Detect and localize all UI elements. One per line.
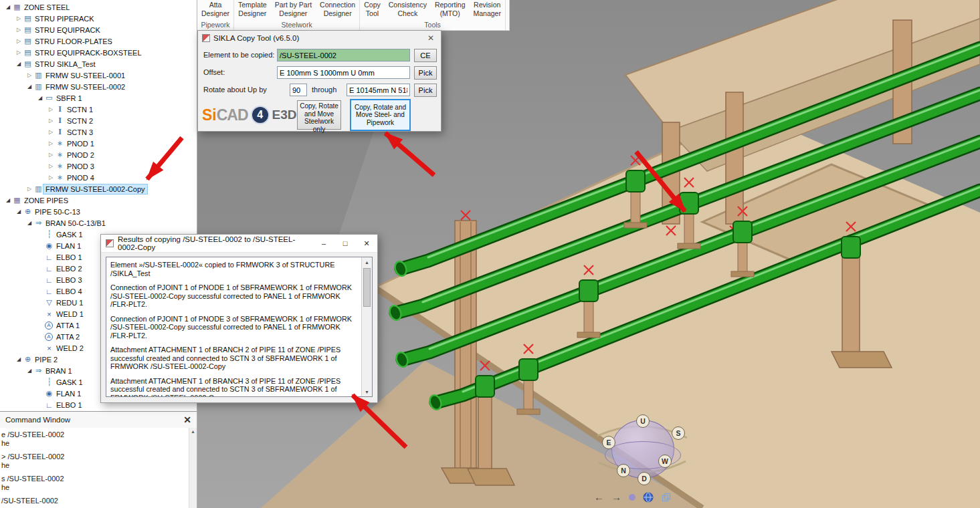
tree-item-zone-pipes[interactable]: ◢▦ZONE PIPES: [0, 195, 197, 206]
offset-input[interactable]: [277, 66, 410, 79]
expander-expanded-icon[interactable]: ◢: [25, 368, 33, 374]
forward-arrow-icon[interactable]: →: [611, 491, 621, 503]
expander-expanded-icon[interactable]: ◢: [15, 209, 23, 215]
back-arrow-icon[interactable]: ←: [594, 491, 604, 503]
command-output-line: /SU-STEEL-0002: [1, 497, 187, 505]
tree-item-frmw-su-steel-0002-copy[interactable]: ▷▥FRMW SU-STEEL-0002-Copy: [0, 183, 197, 195]
results-scrollbar[interactable]: ▲ ▼: [361, 257, 372, 396]
tree-item-sctn-2[interactable]: ▷ISCTN 2: [0, 115, 197, 126]
offset-label: Offset:: [203, 66, 225, 79]
tree-item-sbfr-1[interactable]: ◢▭SBFR 1: [0, 92, 197, 104]
close-icon[interactable]: ✕: [356, 235, 377, 252]
compass-badge-u[interactable]: U: [636, 414, 650, 428]
tree-item-frmw-su-steel-0001[interactable]: ▷▥FRMW SU-STEEL-0001: [0, 70, 197, 81]
close-icon[interactable]: ✕: [425, 33, 437, 43]
compass-badge-e[interactable]: E: [602, 436, 615, 449]
tree-item-sctn-1[interactable]: ▷ISCTN 1: [0, 104, 197, 115]
sbfr-icon: ▭: [44, 94, 54, 102]
globe-view-icon[interactable]: [643, 492, 654, 503]
expander-collapsed-icon[interactable]: ▷: [47, 106, 55, 112]
flan-icon: ◉: [44, 241, 54, 250]
expander-collapsed-icon[interactable]: ▷: [47, 118, 55, 124]
result-message: Attachment ATTACHMENT 1 of BRANCH 3 of P…: [110, 377, 356, 398]
expander-expanded-icon[interactable]: ◢: [15, 61, 23, 67]
compass-badge-s[interactable]: S: [672, 426, 685, 440]
maximize-icon[interactable]: □: [334, 235, 356, 252]
expander-expanded-icon[interactable]: ◢: [25, 84, 33, 90]
compass-badge-w[interactable]: W: [658, 455, 672, 468]
ribbon-button-consistency-check[interactable]: ConsistencyCheck: [385, 0, 431, 21]
expander-collapsed-icon[interactable]: ▷: [47, 163, 55, 169]
command-output-line: he: [1, 439, 187, 448]
expander-expanded-icon[interactable]: ◢: [4, 197, 12, 203]
dot-indicator-icon[interactable]: [629, 494, 635, 501]
ribbon-button-reporting-mto[interactable]: Reporting(MTO): [431, 0, 470, 21]
expander-expanded-icon[interactable]: ◢: [15, 356, 23, 362]
expander-collapsed-icon[interactable]: ▷: [47, 174, 55, 180]
ribbon-toolbar: AttaDesignerPipeworkTemplateDesignerPart…: [197, 0, 510, 31]
expander-collapsed-icon[interactable]: ▷: [15, 15, 23, 21]
tree-item-frmw-su-steel-0002[interactable]: ◢▥FRMW SU-STEEL-0002: [0, 81, 197, 92]
ribbon-button-copy-tool[interactable]: CopyTool: [360, 0, 385, 21]
compass-badge-d[interactable]: D: [638, 472, 651, 485]
tree-item-sctn-3[interactable]: ▷ISCTN 3: [0, 126, 197, 138]
cube-view-icon[interactable]: [661, 492, 672, 503]
expander-collapsed-icon[interactable]: ▷: [15, 38, 23, 44]
expander-collapsed-icon[interactable]: ▷: [15, 27, 23, 33]
tree-item-pnod-2[interactable]: ▷∗PNOD 2: [0, 149, 197, 160]
tree-item-label: FLAN 1: [54, 241, 83, 251]
orientation-compass[interactable]: USEWND: [603, 412, 682, 487]
through-pick-button[interactable]: Pick: [414, 84, 437, 97]
element-input[interactable]: [277, 49, 410, 61]
scroll-thumb[interactable]: [363, 268, 371, 307]
rotate-angle-input[interactable]: [290, 84, 307, 96]
tree-item-bran-50-c-13-b1[interactable]: ◢⇒BRAN 50-C-13/B1: [0, 217, 197, 229]
copy-steel-and-pipework-button[interactable]: Copy, Rotate and Move Steel- and Pipewor…: [350, 99, 411, 131]
atta-icon: A: [45, 322, 53, 330]
command-scrollbar[interactable]: ▲: [189, 428, 197, 508]
expander-expanded-icon[interactable]: ◢: [36, 95, 44, 101]
dialog-titlebar[interactable]: Results of copying /SU-STEEL-0002 to /SU…: [101, 235, 377, 253]
through-input[interactable]: [347, 84, 410, 96]
expander-collapsed-icon[interactable]: ▷: [47, 152, 55, 158]
dialog-titlebar[interactable]: SIKLA Copy Tool (v6.5.0) ✕: [198, 31, 441, 45]
expander-collapsed-icon[interactable]: ▷: [25, 72, 33, 78]
ce-button[interactable]: CE: [414, 49, 437, 62]
tree-item-pnod-4[interactable]: ▷∗PNOD 4: [0, 172, 197, 183]
expander-expanded-icon[interactable]: ◢: [25, 220, 33, 226]
expander-collapsed-icon[interactable]: ▷: [47, 140, 55, 146]
scroll-up-icon[interactable]: ▲: [362, 257, 372, 265]
scroll-down-icon[interactable]: ▼: [362, 390, 372, 394]
tree-item-stru-piperack[interactable]: ▷▤STRU PIPERACK: [0, 13, 197, 24]
tree-item-stru-sikla-test[interactable]: ◢▤STRU SIKLA_Test: [0, 58, 197, 70]
ribbon-button-connection-designer[interactable]: ConnectionDesigner: [316, 0, 359, 21]
tree-item-pnod-3[interactable]: ▷∗PNOD 3: [0, 160, 197, 172]
frmw-icon: ▥: [33, 184, 43, 193]
close-icon[interactable]: ✕: [183, 414, 191, 425]
expander-collapsed-icon[interactable]: ▷: [25, 186, 33, 192]
expander-expanded-icon[interactable]: ◢: [4, 4, 12, 10]
compass-badge-n[interactable]: N: [617, 464, 630, 477]
tree-item-pipe-50-c-13[interactable]: ◢⊕PIPE 50-C-13: [0, 206, 197, 217]
minimize-icon[interactable]: –: [313, 235, 334, 252]
command-output-line: s /SU-STEEL-0002: [1, 475, 187, 483]
pnod-icon: ∗: [55, 139, 65, 148]
tree-item-stru-equiprack[interactable]: ▷▤STRU EQUIPRACK: [0, 24, 197, 35]
ribbon-button-atta-designer[interactable]: AttaDesigner: [197, 0, 233, 21]
tree-item-stru-floor-plates[interactable]: ▷▤STRU FLOOR-PLATES: [0, 35, 197, 47]
ribbon-button-part-by-part-designer[interactable]: Part by PartDesigner: [271, 0, 316, 21]
bran-icon: ⇒: [33, 366, 43, 375]
view-nav-bar: ← →: [594, 491, 672, 503]
expander-collapsed-icon[interactable]: ▷: [47, 129, 55, 135]
ribbon-button-template-designer[interactable]: TemplateDesigner: [234, 0, 271, 21]
expander-collapsed-icon[interactable]: ▷: [15, 49, 23, 55]
tree-item-zone-steel[interactable]: ◢▦ZONE STEEL: [0, 1, 197, 13]
ribbon-button-label: Reporting: [435, 1, 466, 9]
command-window-titlebar[interactable]: Command Window ✕: [0, 412, 197, 428]
tree-item-pnod-1[interactable]: ▷∗PNOD 1: [0, 138, 197, 149]
ribbon-button-revision-manager[interactable]: RevisionManager: [469, 0, 504, 21]
offset-pick-button[interactable]: Pick: [414, 66, 437, 80]
element-label: Element to be copied:: [203, 49, 274, 61]
copy-steelwork-only-button[interactable]: Copy, Rotate and Move Steelwork only: [297, 100, 341, 130]
tree-item-stru-equiprack-boxsteel[interactable]: ▷▤STRU EQUIPRACK-BOXSTEEL: [0, 47, 197, 58]
